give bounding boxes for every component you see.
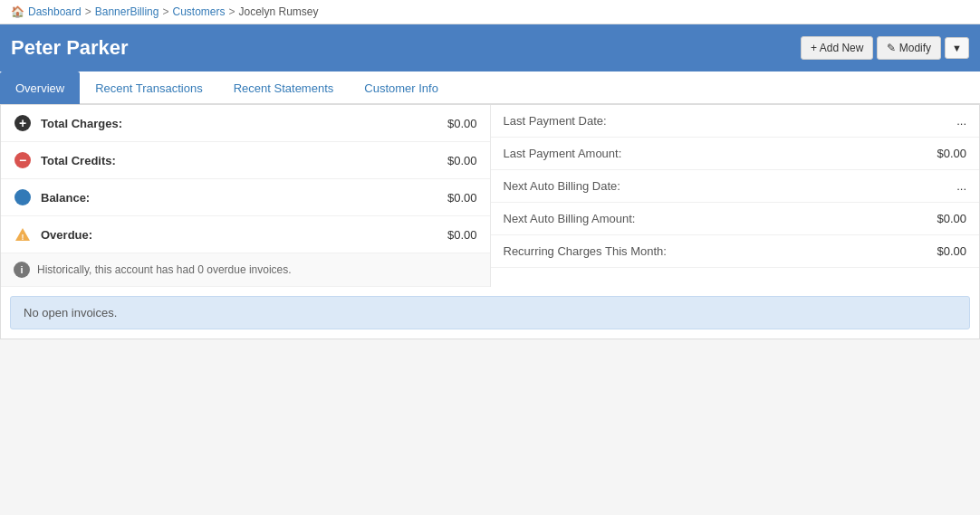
header-bar: Peter Parker + Add New ✎ Modify ▼ [0,24,980,72]
total-charges-label: Total Charges: [41,117,447,130]
breadcrumb-dashboard[interactable]: Dashboard [28,5,82,18]
next-auto-billing-amount-label: Next Auto Billing Amount: [504,212,937,225]
svg-text:!: ! [22,233,24,242]
minus-icon: − [14,152,31,168]
right-stat-next-auto-billing-date: Next Auto Billing Date: ... [491,170,980,203]
modify-dropdown-caret[interactable]: ▼ [945,37,969,59]
overdue-history-text: Historically, this account has had 0 ove… [37,263,292,276]
info-icon: i [14,262,30,278]
right-stat-last-payment-amount: Last Payment Amount: $0.00 [491,138,980,170]
next-auto-billing-date-value: ... [956,179,966,193]
last-payment-date-value: ... [956,114,966,128]
next-auto-billing-amount-value: $0.00 [937,212,966,225]
stat-row-total-credits: − Total Credits: $0.00 [1,142,490,179]
overview-left: + Total Charges: $0.00 − Total Credits: … [1,105,491,287]
tab-bar: Overview Recent Transactions Recent Stat… [0,72,980,104]
overview-grid: + Total Charges: $0.00 − Total Credits: … [1,105,979,287]
stat-row-total-charges: + Total Charges: $0.00 [1,105,490,142]
breadcrumb: 🏠 Dashboard > BannerBilling > Customers … [0,0,980,24]
stat-row-balance: Balance: $0.00 [1,179,490,216]
right-stat-recurring-charges: Recurring Charges This Month: $0.00 [491,235,980,268]
balance-icon [14,188,32,206]
add-new-button[interactable]: + Add New [801,36,873,60]
tab-recent-statements[interactable]: Recent Statements [218,72,350,104]
recurring-charges-value: $0.00 [937,244,966,258]
customer-name-heading: Peter Parker [11,36,129,60]
total-credits-icon: − [14,151,32,169]
recurring-charges-label: Recurring Charges This Month: [504,244,937,258]
balance-label: Balance: [41,191,447,205]
header-actions: + Add New ✎ Modify ▼ [801,36,969,60]
tab-overview[interactable]: Overview [0,72,80,104]
right-stat-last-payment-date: Last Payment Date: ... [491,105,980,138]
breadcrumb-bannerbilling[interactable]: BannerBilling [95,5,159,18]
overdue-value: $0.00 [447,228,477,242]
circle-icon [14,189,31,205]
plus-icon: + [14,115,31,131]
last-payment-date-label: Last Payment Date: [504,114,957,128]
total-charges-icon: + [14,114,32,132]
breadcrumb-sep2: > [162,5,168,18]
last-payment-amount-value: $0.00 [937,147,966,160]
breadcrumb-customers[interactable]: Customers [172,5,225,18]
home-icon: 🏠 [11,5,24,18]
warning-triangle-icon: ! [14,227,31,242]
tab-customer-info[interactable]: Customer Info [349,72,454,104]
balance-value: $0.00 [447,191,477,205]
stat-row-overdue: ! Overdue: $0.00 [1,216,490,253]
modify-button[interactable]: ✎ Modify [877,36,941,60]
total-credits-label: Total Credits: [41,154,447,167]
no-invoices-text: No open invoices. [24,306,117,319]
breadcrumb-current: Jocelyn Rumsey [239,5,319,18]
breadcrumb-sep3: > [228,5,235,18]
total-credits-value: $0.00 [447,154,477,167]
overview-right: Last Payment Date: ... Last Payment Amou… [491,105,980,287]
overdue-icon: ! [14,225,32,243]
info-circle-icon: i [14,262,30,278]
info-row: i Historically, this account has had 0 o… [1,253,490,287]
right-stat-next-auto-billing-amount: Next Auto Billing Amount: $0.00 [491,203,980,235]
overdue-label: Overdue: [41,228,447,242]
breadcrumb-sep1: > [85,5,91,18]
main-content: + Total Charges: $0.00 − Total Credits: … [0,104,980,339]
tab-recent-transactions[interactable]: Recent Transactions [80,72,218,104]
next-auto-billing-date-label: Next Auto Billing Date: [504,179,957,193]
last-payment-amount-label: Last Payment Amount: [504,147,937,160]
no-invoices-banner: No open invoices. [10,296,970,329]
total-charges-value: $0.00 [447,117,477,130]
